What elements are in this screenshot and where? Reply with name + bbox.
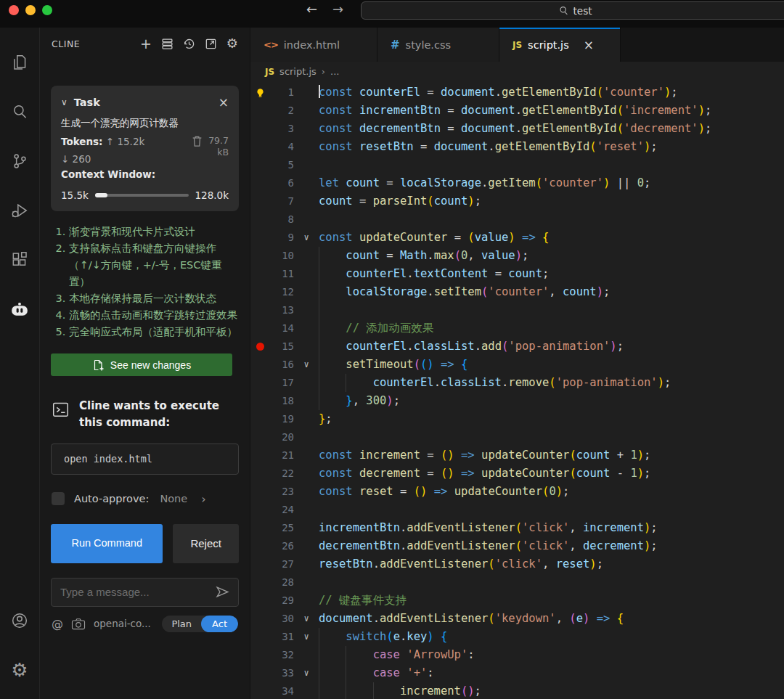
line-number[interactable]: 30 [269, 610, 294, 628]
gutter-icon-slot[interactable] [250, 628, 269, 646]
gutter-icon-slot[interactable] [250, 664, 269, 682]
line-number[interactable]: 10 [269, 247, 294, 265]
mention-icon[interactable]: @ [52, 617, 63, 631]
code-text[interactable]: count = Math.max(0, value); [319, 247, 784, 265]
fold-chevron-icon[interactable] [294, 174, 319, 192]
message-input-box[interactable] [51, 578, 239, 607]
gutter-icon-slot[interactable] [250, 410, 269, 428]
code-line[interactable]: 11counterEl.textContent = count; [250, 265, 784, 283]
code-line[interactable]: 3const decrementBtn = document.getElemen… [250, 120, 784, 138]
code-line[interactable]: 16∨setTimeout(() => { [250, 356, 784, 374]
gutter-icon-slot[interactable] [250, 138, 269, 156]
breadcrumb-symbol[interactable]: ... [330, 66, 339, 77]
line-number[interactable]: 26 [269, 537, 294, 555]
code-text[interactable]: const resetBtn = document.getElementById… [319, 138, 784, 156]
breakpoint-icon[interactable] [256, 343, 264, 351]
gutter-icon-slot[interactable] [250, 446, 269, 465]
code-line[interactable]: 6let count = localStorage.getItem('count… [250, 174, 784, 192]
line-number[interactable]: 23 [269, 483, 294, 501]
gutter-icon-slot[interactable] [250, 192, 269, 210]
line-number[interactable]: 12 [269, 283, 294, 301]
fold-chevron-icon[interactable] [294, 410, 319, 428]
gutter-icon-slot[interactable] [250, 120, 269, 138]
line-number[interactable]: 31 [269, 628, 294, 646]
code-line[interactable]: 26decrementBtn.addEventListener('click',… [250, 537, 784, 555]
code-text[interactable]: setTimeout(() => { [319, 356, 784, 374]
line-number[interactable]: 22 [269, 465, 294, 483]
code-area[interactable]: 1const counterEl = document.getElementBy… [250, 81, 784, 699]
forward-button[interactable]: → [332, 1, 343, 17]
line-number[interactable]: 33 [269, 664, 294, 682]
code-line[interactable]: 10count = Math.max(0, value); [250, 247, 784, 265]
tab-index-html[interactable]: <> index.html [250, 28, 377, 62]
auto-approve-row[interactable]: Auto-approve: None › [52, 492, 239, 506]
line-number[interactable]: 25 [269, 519, 294, 537]
send-icon[interactable] [216, 586, 229, 598]
code-line[interactable]: 25incrementBtn.addEventListener('click',… [250, 519, 784, 537]
fold-chevron-icon[interactable] [294, 537, 319, 555]
code-line[interactable]: 28 [250, 573, 784, 592]
fold-chevron-icon[interactable]: ∨ [294, 664, 319, 682]
code-line[interactable]: 27resetBtn.addEventListener('click', res… [250, 555, 784, 573]
code-line[interactable]: 14// 添加动画效果 [250, 319, 784, 338]
code-line[interactable]: 7count = parseInt(count); [250, 192, 784, 210]
line-number[interactable]: 19 [269, 410, 294, 428]
code-text[interactable]: const reset = () => updateCounter(0); [319, 483, 784, 501]
fold-chevron-icon[interactable] [294, 483, 319, 501]
code-text[interactable]: count = parseInt(count); [319, 192, 784, 210]
fold-chevron-icon[interactable] [294, 646, 319, 664]
gutter-icon-slot[interactable] [250, 519, 269, 537]
new-task-icon[interactable]: + [140, 37, 152, 51]
code-text[interactable]: }, 300); [319, 392, 784, 410]
gutter-icon-slot[interactable] [250, 102, 269, 120]
line-number[interactable]: 18 [269, 392, 294, 410]
fold-chevron-icon[interactable] [294, 319, 319, 338]
code-text[interactable] [319, 501, 784, 519]
open-in-window-icon[interactable] [205, 38, 217, 50]
code-text[interactable]: // 键盘事件支持 [319, 592, 784, 610]
fold-chevron-icon[interactable] [294, 392, 319, 410]
code-text[interactable]: incrementBtn.addEventListener('click', i… [319, 519, 784, 537]
code-line[interactable]: 22const decrement = () => updateCounter(… [250, 465, 784, 483]
code-text[interactable]: case 'ArrowUp': [319, 646, 784, 664]
trash-icon[interactable] [192, 135, 203, 147]
line-number[interactable]: 24 [269, 501, 294, 519]
code-line[interactable]: 21const increment = () => updateCounter(… [250, 446, 784, 465]
line-number[interactable]: 4 [269, 138, 294, 156]
code-text[interactable]: // 添加动画效果 [319, 319, 784, 338]
fold-chevron-icon[interactable] [294, 301, 319, 319]
gutter-icon-slot[interactable] [250, 573, 269, 592]
minimize-window-button[interactable] [25, 5, 36, 15]
line-number[interactable]: 20 [269, 428, 294, 446]
activity-source-control[interactable] [0, 136, 40, 186]
message-input[interactable] [60, 586, 210, 598]
fold-chevron-icon[interactable] [294, 283, 319, 301]
code-line[interactable]: 18}, 300); [250, 392, 784, 410]
code-text[interactable]: const updateCounter = (value) => { [319, 229, 784, 247]
code-text[interactable] [319, 210, 784, 229]
reject-button[interactable]: Reject [173, 524, 239, 563]
code-text[interactable]: let count = localStorage.getItem('counte… [319, 174, 784, 192]
line-number[interactable]: 15 [269, 338, 294, 356]
act-mode-button[interactable]: Act [201, 616, 238, 632]
code-text[interactable]: counterEl.textContent = count; [319, 265, 784, 283]
line-number[interactable]: 1 [269, 83, 294, 102]
code-text[interactable]: increment(); [319, 682, 784, 699]
see-new-changes-button[interactable]: See new changes [51, 353, 232, 376]
line-number[interactable]: 34 [269, 682, 294, 699]
gutter-icon-slot[interactable] [250, 210, 269, 229]
code-line[interactable]: 13 [250, 301, 784, 319]
camera-icon[interactable] [71, 618, 86, 630]
line-number[interactable]: 9 [269, 229, 294, 247]
gutter-icon-slot[interactable] [250, 301, 269, 319]
maximize-window-button[interactable] [42, 5, 52, 15]
gutter-icon-slot[interactable] [250, 338, 269, 356]
activity-run-debug[interactable] [0, 186, 40, 235]
gutter-icon-slot[interactable] [250, 319, 269, 338]
run-command-button[interactable]: Run Command [51, 524, 163, 563]
code-line[interactable]: 5 [250, 156, 784, 174]
code-text[interactable]: const decrement = () => updateCounter(co… [319, 465, 784, 483]
code-line[interactable]: 1const counterEl = document.getElementBy… [250, 83, 784, 102]
code-line[interactable]: 32case 'ArrowUp': [250, 646, 784, 664]
mcp-servers-icon[interactable] [161, 38, 173, 50]
